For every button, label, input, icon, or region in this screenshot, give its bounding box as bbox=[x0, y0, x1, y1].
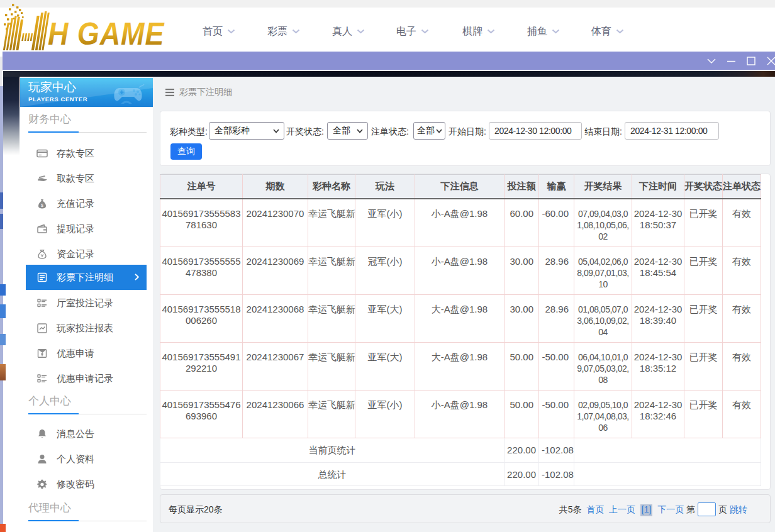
svg-text:$: $ bbox=[41, 203, 43, 208]
svg-text:H GAME: H GAME bbox=[48, 16, 165, 51]
